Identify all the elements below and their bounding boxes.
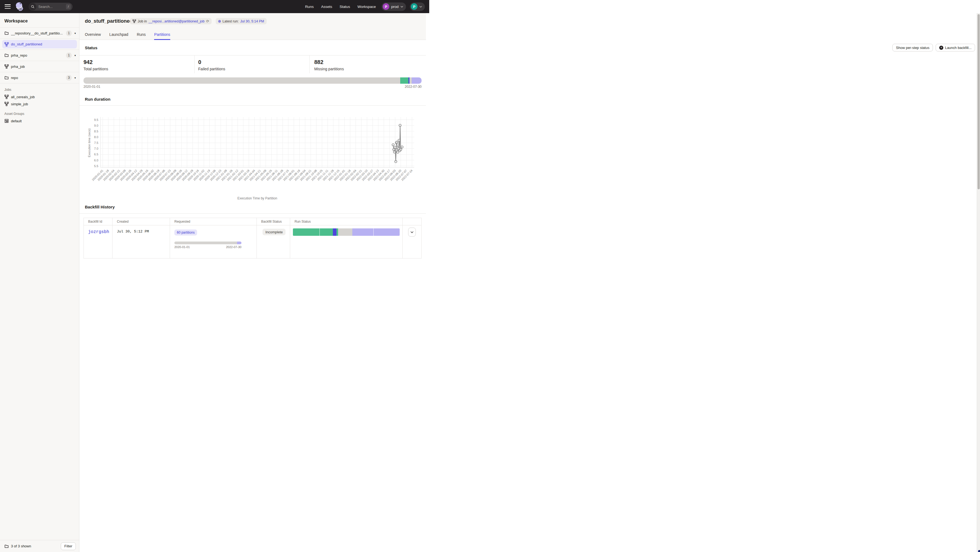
- tab-overview[interactable]: Overview: [85, 32, 101, 40]
- backfill-history-heading: Backfill History: [85, 205, 115, 209]
- run-duration-chart: 2020-01-012020-01-182020-02-042020-02-21…: [80, 109, 426, 204]
- run-duration-heading: Run duration: [85, 97, 110, 102]
- asset-group-icon: [5, 119, 9, 123]
- partition-status-bar: [83, 78, 422, 84]
- svg-text:7.5: 7.5: [94, 141, 98, 144]
- sidebar-item-prha_repo[interactable]: prha_repo1▾: [0, 50, 79, 61]
- folder-icon: [5, 53, 9, 57]
- expand-row-button[interactable]: [408, 228, 416, 236]
- tab-bar: OverviewLaunchpadRunsPartitions: [85, 32, 170, 40]
- tab-launchpad[interactable]: Launchpad: [109, 32, 128, 40]
- bar-segment-gray: [409, 78, 412, 84]
- workspace-list: __repository__do_stuff_partitio...1▾do_s…: [0, 28, 79, 83]
- bar-segment-blue: [333, 228, 336, 236]
- deployment-switcher[interactable]: P prod: [382, 2, 406, 11]
- main-content: do_stuff_partitioned Job in __reposi...a…: [80, 13, 429, 242]
- divider: [80, 105, 426, 106]
- user-menu[interactable]: P: [410, 2, 425, 11]
- sidebar-item-prha_job[interactable]: prha_job: [0, 61, 79, 72]
- svg-text:9.5: 9.5: [94, 118, 98, 121]
- sidebar-item-simple_job[interactable]: simple_job: [0, 100, 79, 108]
- table-row: jozrgsbh Jul 30, 5:12 PM 60 partitions 2…: [84, 225, 421, 242]
- bar-segment-gray: [174, 241, 237, 242]
- chevron-down-icon: [410, 231, 414, 233]
- svg-text:5.5: 5.5: [94, 164, 98, 168]
- partition-range-start: 2020-01-01: [83, 85, 100, 89]
- requested-progress-bar: [174, 241, 242, 242]
- sidebar-item-default[interactable]: default: [0, 117, 79, 124]
- column-header-backfill-status: Backfill Status: [257, 218, 290, 225]
- svg-text:6.5: 6.5: [94, 152, 98, 156]
- sidebar-item-repo[interactable]: repo3▾: [0, 72, 79, 83]
- nav-link-status[interactable]: Status: [339, 5, 350, 9]
- user-avatar: P: [411, 3, 417, 10]
- tab-partitions[interactable]: Partitions: [154, 32, 170, 40]
- workspace-sidebar: Workspace __repository__do_stuff_partiti…: [0, 13, 80, 242]
- svg-text:Execution time (secs): Execution time (secs): [88, 128, 91, 157]
- sidebar-item-__repository__do_stuff_partitio...[interactable]: __repository__do_stuff_partitio...1▾: [0, 28, 79, 39]
- run-status-bar: [293, 228, 400, 236]
- svg-text:8.5: 8.5: [94, 130, 98, 133]
- caret-down-icon[interactable]: ▾: [75, 54, 76, 57]
- run-status-dot: [218, 20, 221, 23]
- bar-segment-gray: [338, 228, 352, 236]
- job-icon: [5, 95, 9, 99]
- bar-segment-gray: [83, 78, 400, 84]
- latest-run-label: Latest run:: [223, 19, 239, 23]
- section-label-asset-groups: Asset Groups: [0, 108, 79, 117]
- svg-text:6.0: 6.0: [94, 159, 98, 162]
- divider: [309, 55, 310, 73]
- nav-link-workspace[interactable]: Workspace: [358, 5, 376, 9]
- sidebar-sections: Jobsall_cereals_jobsimple_jobAsset Group…: [0, 83, 79, 124]
- sidebar-item-label: default: [11, 119, 22, 123]
- sidebar-item-all_cereals_job[interactable]: all_cereals_job: [0, 93, 79, 100]
- top-navbar: Search... / Runs Assets Status Workspace…: [0, 0, 429, 13]
- tab-runs[interactable]: Runs: [137, 32, 146, 40]
- caret-down-icon[interactable]: ▾: [75, 76, 76, 79]
- job-count-badge: 1: [66, 52, 72, 58]
- column-header-backfill-id: Backfill Id: [84, 218, 113, 225]
- created-cell: Jul 30, 5:12 PM: [113, 225, 170, 242]
- backfill-history-table: Backfill IdCreatedRequestedBackfill Stat…: [83, 218, 422, 242]
- sidebar-item-label: prha_repo: [11, 53, 66, 57]
- refresh-icon[interactable]: ⟳: [206, 19, 209, 23]
- latest-run-badge: Latest run: Jul 30, 5:14 PM: [216, 18, 267, 24]
- row-action-cell: [402, 225, 421, 242]
- bar-segment-lavender: [352, 228, 373, 236]
- column-header-requested: Requested: [170, 218, 257, 225]
- deployment-avatar: P: [383, 3, 389, 10]
- folder-icon: [5, 76, 9, 80]
- table-header-row: Backfill IdCreatedRequestedBackfill Stat…: [84, 218, 421, 225]
- divider: [80, 55, 426, 56]
- backfill-id-link[interactable]: jozrgsbh: [88, 230, 109, 235]
- column-header-created: Created: [113, 218, 170, 225]
- chevron-down-icon: [419, 6, 422, 8]
- backfill-id-cell: jozrgsbh: [84, 225, 113, 242]
- sidebar-item-label: __repository__do_stuff_partitio...: [11, 31, 66, 35]
- requested-cell: 60 partitions 2020-01-01 2022-07-30: [170, 225, 257, 242]
- latest-run-link[interactable]: Jul 30, 5:14 PM: [240, 19, 264, 23]
- page-header: do_stuff_partitioned Job in __reposi...a…: [80, 13, 426, 40]
- job-origin-link[interactable]: __reposi...artitioned@partitioned_job: [148, 19, 205, 23]
- stat-missing-partitions: 882Missing partitions: [314, 59, 344, 71]
- folder-icon: [5, 31, 9, 35]
- job-icon: [5, 102, 9, 106]
- search-icon: [29, 3, 37, 10]
- bar-segment-lavender: [373, 228, 400, 236]
- menu-icon[interactable]: [5, 5, 11, 9]
- bar-segment-green: [320, 228, 333, 236]
- sidebar-item-label: repo: [11, 76, 66, 80]
- caret-down-icon[interactable]: ▾: [75, 32, 76, 35]
- nav-link-assets[interactable]: Assets: [321, 5, 332, 9]
- search-input[interactable]: Search... /: [29, 3, 73, 11]
- sidebar-title: Workspace: [0, 13, 79, 27]
- sidebar-item-do_stuff_partitioned[interactable]: do_stuff_partitioned: [0, 39, 79, 49]
- svg-text:8.0: 8.0: [94, 135, 98, 139]
- bar-segment-green: [400, 78, 409, 84]
- sidebar-item-label: do_stuff_partitioned: [11, 42, 42, 46]
- nav-link-runs[interactable]: Runs: [305, 5, 314, 9]
- job-icon: [5, 42, 9, 46]
- sidebar-item-label: simple_job: [11, 102, 28, 106]
- divider: [80, 213, 426, 214]
- job-origin-badge: Job in __reposi...artitioned@partitioned…: [130, 18, 212, 24]
